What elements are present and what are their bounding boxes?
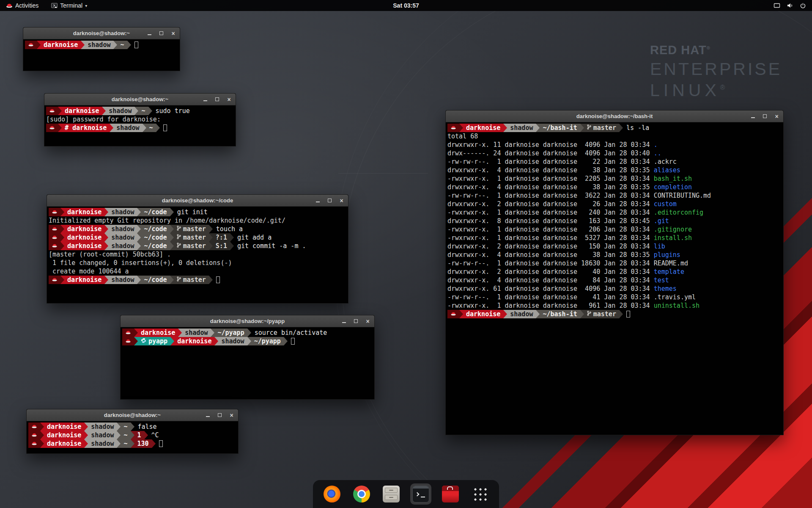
terminal-line: drwxrwxr-x. 2 darknoise darknoise 150 Ja… [447,242,782,251]
prompt-segment-branch: master [174,225,209,233]
terminal-line: drwxrwxr-x. 61 darknoise darknoise 4096 … [447,284,782,293]
volume-icon[interactable] [787,2,793,9]
terminal-content[interactable]: darknoiseshadow~/codegit initInitialized… [47,207,348,285]
prompt-segment-path: ~ [121,422,130,431]
dock-item-firefox[interactable] [321,483,343,505]
maximize-button[interactable] [326,197,333,204]
prompt-segment-branch: master [174,233,209,242]
file-name: lib [654,243,665,250]
powerline-separator [209,225,213,233]
terminal-line: darknoiseshadow~sudo true [46,107,234,115]
command-text: source bin/activate [251,329,327,337]
terminal-content[interactable]: darknoiseshadow~/pyappsource bin/activat… [121,327,374,347]
powerline-separator [104,208,108,216]
terminal-content[interactable]: darknoiseshadow~/bash-itmasterls -latota… [446,122,783,320]
terminal-window[interactable]: darknoise@shadow:~/code×darknoiseshadow~… [47,194,348,304]
prompt-segment-user: darknoise [41,41,81,49]
git-branch-icon [177,234,181,241]
prompt-segment-hat [122,337,134,345]
display-icon[interactable] [774,3,780,8]
redhat-icon [49,124,55,132]
powerline-separator [58,107,62,115]
window-titlebar[interactable]: darknoise@shadow:~/bash-it× [446,110,783,122]
terminal-window[interactable]: darknoise@shadow:~/pyapp×darknoiseshadow… [120,315,375,400]
window-titlebar[interactable]: darknoise@shadow:~/code× [47,195,348,207]
terminal-line: # darknoiseshadow~ [46,124,234,132]
prompt-segment-user: darknoise [463,124,503,132]
window-titlebar[interactable]: darknoise@shadow:~× [44,94,236,105]
prompt-segment-path: ~/code [141,208,170,216]
command-text: false [134,423,157,431]
prompt-segment-path: ~ [146,124,156,132]
dock-item-chrome[interactable] [351,483,372,505]
chrome-icon [353,486,370,502]
minimize-button[interactable] [750,113,756,119]
apps-icon [473,487,487,501]
prompt-segment-host: shadow [108,233,137,242]
terminal-line: -rw-rw-r--. 1 darknoise darknoise 41 Jan… [447,293,782,301]
clock[interactable]: Sat 03:57 [393,2,419,9]
terminal-content[interactable]: darknoiseshadow~sudo true[sudo] password… [44,105,236,133]
powerline-separator [209,276,213,284]
maximize-button[interactable] [214,96,220,102]
close-button[interactable]: × [228,412,235,418]
file-name: .travis.yml [654,293,696,301]
terminal-window[interactable]: darknoise@shadow:~×darknoiseshadow~false… [26,409,239,454]
close-button[interactable]: × [774,113,780,119]
powerline-separator [230,233,234,242]
prompt-segment-user: darknoise [174,337,214,345]
window-titlebar[interactable]: darknoise@shadow:~× [27,409,238,421]
dock-item-files[interactable] [381,483,402,505]
window-titlebar[interactable]: darknoise@shadow:~× [23,28,180,39]
close-button[interactable]: × [338,197,345,204]
window-titlebar[interactable]: darknoise@shadow:~/pyapp× [121,315,374,327]
powerline-separator [40,431,44,439]
dock-item-toolbox[interactable] [440,483,461,505]
terminal-content[interactable]: darknoiseshadow~ [23,39,180,50]
close-button[interactable]: × [365,318,371,324]
prompt-segment-user: darknoise [463,310,503,318]
close-button[interactable]: × [170,30,176,36]
terminal-window[interactable]: darknoise@shadow:~×darknoiseshadow~sudo … [44,93,236,146]
minimize-button[interactable] [205,412,211,418]
maximize-button[interactable] [158,30,165,36]
prompt-segment-user: darknoise [64,242,104,250]
powerline-separator [580,310,584,318]
file-name: .ackrc [654,158,677,166]
activities-button[interactable]: Activities [4,0,40,11]
powerline-separator [84,422,88,431]
close-button[interactable]: × [226,96,232,102]
prompt-segment-user: # darknoise [62,124,110,132]
dock-item-apps[interactable] [469,483,491,505]
terminal-line: drwxrwxr-x. 4 darknoise darknoise 38 Jan… [447,166,782,174]
app-indicator-terminal[interactable]: Terminal ▾ [49,0,89,11]
minimize-button[interactable] [202,96,208,102]
file-name: aliases [654,166,680,174]
terminal-window[interactable]: darknoise@shadow:~/bash-it×darknoiseshad… [445,110,784,435]
redhat-icon [31,431,37,439]
power-icon[interactable] [800,3,806,9]
dock-item-terminal[interactable] [410,483,431,505]
git-branch-icon [177,276,181,284]
terminal-content[interactable]: darknoiseshadow~falsedarknoiseshadow~1^C… [27,421,238,449]
powerline-separator [60,233,64,242]
maximize-button[interactable] [353,318,359,324]
terminal-cursor [159,440,163,447]
prompt-segment-host: shadow [88,431,117,439]
powerline-separator [84,431,88,439]
minimize-button[interactable] [341,318,347,324]
powerline-separator [60,242,64,250]
minimize-button[interactable] [146,30,153,36]
powerline-separator [137,208,141,216]
minimize-button[interactable] [315,197,321,204]
file-name: test [654,276,669,284]
prompt-segment-path: ~/pyapp [251,337,284,345]
terminal-output: total 68 [447,133,478,140]
terminal-output: [master (root-commit) 50bcb63] . [49,251,171,258]
terminal-line: darknoiseshadow~/bash-itmaster [447,310,782,318]
maximize-button[interactable] [762,113,768,119]
powerline-separator [131,439,134,448]
maximize-button[interactable] [217,412,223,418]
terminal-window[interactable]: darknoise@shadow:~×darknoiseshadow~ [23,27,180,71]
powerline-separator [117,422,121,431]
